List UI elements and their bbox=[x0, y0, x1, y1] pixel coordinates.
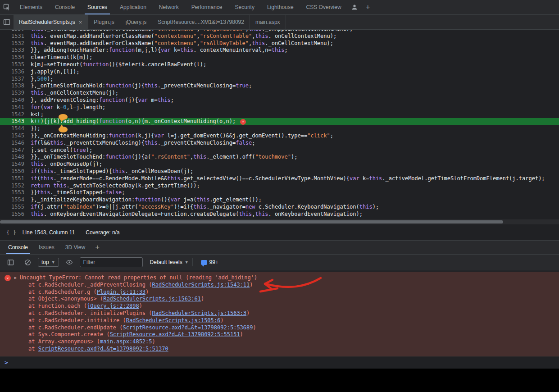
line-number[interactable]: 1538 bbox=[0, 82, 31, 90]
code-line-1554[interactable]: 1554},_initializeKeyboardNavigation:func… bbox=[0, 196, 559, 204]
devtools-tab-lighthouse[interactable]: Lighthouse bbox=[261, 0, 300, 14]
line-number[interactable]: 1531 bbox=[0, 33, 31, 40]
user-person-icon[interactable] bbox=[348, 1, 361, 13]
line-number[interactable]: 1537 bbox=[0, 76, 31, 83]
code-line-1546[interactable]: 1546if(l&&this._preventCtxMenuClosing){t… bbox=[0, 140, 559, 147]
source-location-link[interactable]: main.aspx:4852:5 bbox=[100, 338, 152, 345]
code-line-1548[interactable]: 1548}},_onTimeSlotTouchEnd:function(j){a… bbox=[0, 154, 559, 161]
source-location-link[interactable]: RadSchedulerScripts.js:1543:11 bbox=[152, 282, 250, 288]
file-tab-radschedulerscripts-js[interactable]: RadSchedulerScripts.js× bbox=[14, 15, 88, 29]
line-number[interactable]: 1535 bbox=[0, 61, 31, 68]
line-number[interactable]: 1536 bbox=[0, 68, 31, 76]
code-line-1542[interactable]: 1542k<l; bbox=[0, 111, 559, 119]
source-location-link[interactable]: ScriptResource.axd?d…&t=13798092:5:51370 bbox=[38, 346, 168, 352]
line-number[interactable]: 1556 bbox=[0, 211, 31, 218]
add-drawer-tab-icon[interactable]: + bbox=[91, 243, 104, 252]
code-line-1530[interactable]: 1530this._eventMap.addHandlerForClassNam… bbox=[0, 30, 559, 33]
devtools-tab-sources[interactable]: Sources bbox=[81, 0, 114, 14]
code-line-1535[interactable]: 1535k[m]=setTimeout(function(){$telerik.… bbox=[0, 61, 559, 68]
line-number[interactable]: 1549 bbox=[0, 161, 31, 168]
line-number[interactable]: 1530 bbox=[0, 30, 31, 33]
log-levels-dropdown[interactable]: Default levels ▼ bbox=[150, 259, 189, 265]
console-filter-input[interactable] bbox=[80, 257, 143, 267]
code-line-1538[interactable]: 1538},_onTimeSlotTouchHold:function(j){t… bbox=[0, 82, 559, 90]
code-line-1556[interactable]: 1556this._onKeyboardEventNavigationDeleg… bbox=[0, 211, 559, 218]
line-number[interactable]: 1544 bbox=[0, 125, 31, 132]
code-line-1540[interactable]: 1540},_addPreventClosing:function(j){var… bbox=[0, 97, 559, 104]
source-editor[interactable]: 1530this._eventMap.addHandlerForClassNam… bbox=[0, 30, 559, 224]
line-number[interactable]: 1545 bbox=[0, 132, 31, 140]
source-location-link[interactable]: jQuery.js:2:2898 bbox=[87, 303, 139, 309]
line-number[interactable]: 1546 bbox=[0, 140, 31, 147]
drawer-tab-3d-view[interactable]: 3D View bbox=[60, 241, 91, 254]
javascript-context-select[interactable]: top ▼ bbox=[38, 258, 59, 267]
drawer-tab-console[interactable]: Console bbox=[3, 241, 33, 254]
console-prompt[interactable]: > bbox=[0, 356, 559, 369]
line-number[interactable]: 1550 bbox=[0, 168, 31, 175]
source-location-link[interactable]: ScriptResource.axd?d…&t=13798092:5:55151 bbox=[110, 331, 240, 337]
source-location-link[interactable]: ScriptResource.axd?d…&t=13798092:5:53689 bbox=[123, 324, 253, 331]
line-number[interactable]: 1534 bbox=[0, 54, 31, 61]
line-number[interactable]: 1541 bbox=[0, 104, 31, 111]
code-line-1532[interactable]: 1532this._eventMap.addHandlerForClassNam… bbox=[0, 40, 559, 47]
live-expression-eye-icon[interactable] bbox=[63, 256, 76, 268]
line-number[interactable]: 1552 bbox=[0, 182, 31, 190]
devtools-tab-performance[interactable]: Performance bbox=[185, 0, 229, 14]
add-panel-icon[interactable]: + bbox=[361, 3, 375, 12]
code-line-1545[interactable]: 1545}},_onContextMenuHiding:function(k,j… bbox=[0, 132, 559, 140]
code-line-1534[interactable]: 1534clearTimeout(k[m]); bbox=[0, 54, 559, 61]
navigator-toggle-icon[interactable] bbox=[0, 16, 14, 28]
drawer-tab-issues[interactable]: Issues bbox=[33, 241, 60, 254]
line-number[interactable]: 1551 bbox=[0, 175, 31, 182]
devtools-tab-elements[interactable]: Elements bbox=[14, 0, 49, 14]
code-line-1539[interactable]: 1539this._onCellContextMenu(j); bbox=[0, 90, 559, 97]
file-tab-scriptresource-xm1-t-13798092[interactable]: ScriptResource....XM1&t=13798092 bbox=[152, 15, 250, 29]
source-location-link[interactable]: RadSchedulerScripts.js:1563:61 bbox=[103, 296, 201, 302]
code-line-1531[interactable]: 1531this._eventMap.addHandlerForClassNam… bbox=[0, 33, 559, 40]
line-number[interactable]: 1553 bbox=[0, 189, 31, 196]
pretty-print-icon[interactable]: { } bbox=[5, 229, 18, 236]
inspect-element-icon[interactable] bbox=[0, 1, 14, 13]
code-line-1533[interactable]: 1533}},_addLongTouchHandler:function(m,j… bbox=[0, 47, 559, 54]
line-number[interactable]: 1547 bbox=[0, 147, 31, 154]
console-sidebar-icon[interactable] bbox=[4, 256, 17, 268]
line-number[interactable]: 1533 bbox=[0, 47, 31, 54]
source-location-link[interactable]: Plugin.js:11:33 bbox=[97, 289, 145, 295]
code-line-1543[interactable]: 1543k++){j[k].add_hiding(function(o,n){m… bbox=[0, 118, 559, 125]
line-number[interactable]: 1554 bbox=[0, 196, 31, 204]
code-line-1553[interactable]: 1553}}this._timeSlotTapped=false; bbox=[0, 189, 559, 196]
clear-console-icon[interactable] bbox=[21, 256, 34, 268]
scrollbar-thumb[interactable] bbox=[0, 220, 503, 223]
line-number[interactable]: 1543 bbox=[0, 118, 31, 125]
source-location-link[interactable]: RadSchedulerScripts.js:1563:3 bbox=[152, 310, 247, 316]
devtools-tab-css-overview[interactable]: CSS Overview bbox=[300, 0, 348, 14]
horizontal-scrollbar[interactable] bbox=[0, 219, 559, 224]
code-line-1541[interactable]: 1541for(var k=0,l=j.length; bbox=[0, 104, 559, 111]
source-location-link[interactable]: RadSchedulerScripts.js:1505:6 bbox=[126, 317, 221, 324]
code-line-1555[interactable]: 1555if(j.attr("tabIndex")>=0||j.attr("ac… bbox=[0, 204, 559, 211]
line-number[interactable]: 1555 bbox=[0, 204, 31, 211]
code-line-1552[interactable]: 1552return this._switchToSelectedDay(k.g… bbox=[0, 182, 559, 190]
file-tab-plugin-js[interactable]: Plugin.js bbox=[88, 15, 120, 29]
close-tab-icon[interactable]: × bbox=[78, 19, 83, 26]
code-line-1544[interactable]: 1544}); bbox=[0, 125, 559, 132]
issues-counter[interactable]: 99+ bbox=[201, 259, 218, 265]
line-number[interactable]: 1539 bbox=[0, 90, 31, 97]
expand-triangle-icon[interactable]: ▶ bbox=[14, 274, 17, 282]
devtools-tab-console[interactable]: Console bbox=[49, 0, 81, 14]
devtools-tab-application[interactable]: Application bbox=[114, 0, 153, 14]
devtools-tab-security[interactable]: Security bbox=[229, 0, 261, 14]
code-line-1549[interactable]: 1549this._onDocMouseUp(j); bbox=[0, 161, 559, 168]
code-line-1551[interactable]: 1551if(this._renderMode==c.RenderMode.Mo… bbox=[0, 175, 559, 182]
code-line-1537[interactable]: 1537},500); bbox=[0, 76, 559, 83]
line-number[interactable]: 1542 bbox=[0, 111, 31, 119]
code-line-1550[interactable]: 1550if(this._timeSlotTapped){this._onCel… bbox=[0, 168, 559, 175]
code-line-1536[interactable]: 1536j.apply(n,[l]); bbox=[0, 68, 559, 76]
file-tab-jquery-js[interactable]: jQuery.js bbox=[120, 15, 152, 29]
line-number[interactable]: 1532 bbox=[0, 40, 31, 47]
line-number[interactable]: 1548 bbox=[0, 154, 31, 161]
devtools-tab-network[interactable]: Network bbox=[153, 0, 185, 14]
file-tab-main-aspx[interactable]: main.aspx bbox=[250, 15, 286, 29]
line-number[interactable]: 1540 bbox=[0, 97, 31, 104]
code-line-1547[interactable]: 1547j.set_cancel(true); bbox=[0, 147, 559, 154]
